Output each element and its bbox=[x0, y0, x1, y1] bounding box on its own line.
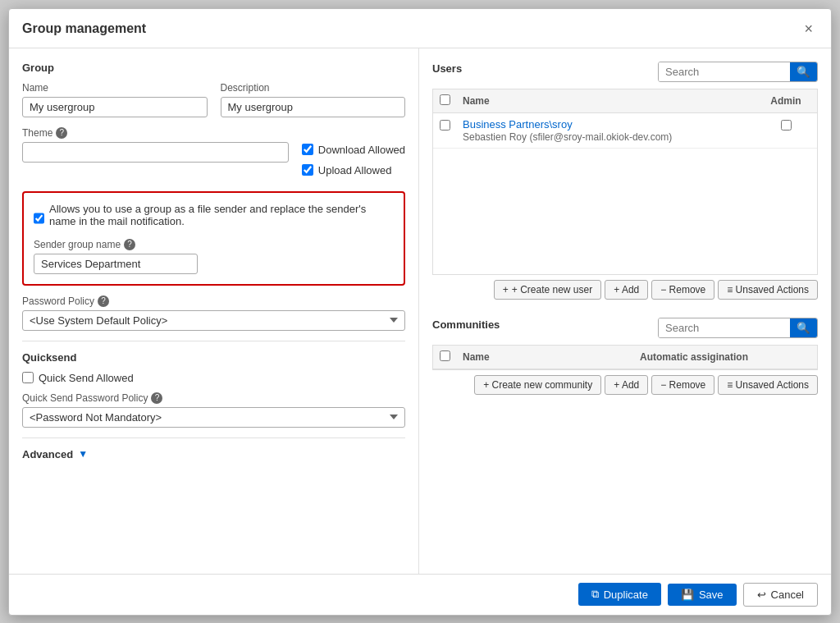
users-section-header: Users 🔍 bbox=[432, 62, 818, 82]
create-new-user-button[interactable]: + + Create new user bbox=[494, 280, 601, 300]
download-allowed-row: Download Allowed bbox=[302, 144, 405, 156]
name-label: Name bbox=[22, 82, 208, 94]
users-section-label: Users bbox=[432, 62, 462, 75]
communities-section-header: Communities 🔍 bbox=[432, 318, 818, 338]
save-icon: 💾 bbox=[681, 589, 694, 601]
search-icon: 🔍 bbox=[797, 66, 810, 78]
table-row: Business Partners\sroy Sebastien Roy (sf… bbox=[433, 113, 817, 149]
cancel-icon: ↩ bbox=[757, 589, 766, 601]
user-name-cell: Business Partners\sroy Sebastien Roy (sf… bbox=[463, 118, 755, 143]
plus-icon: + bbox=[503, 284, 509, 295]
divider-1 bbox=[22, 341, 405, 341]
communities-search-button[interactable]: 🔍 bbox=[790, 318, 817, 337]
communities-add-button[interactable]: + Add bbox=[605, 375, 648, 395]
users-header-check bbox=[440, 94, 456, 108]
theme-field-row: Theme ? bbox=[22, 127, 289, 163]
description-input[interactable] bbox=[221, 97, 406, 117]
save-button[interactable]: 💾 Save bbox=[668, 584, 737, 606]
users-action-bar: + + Create new user + Add − Remove ≡ Uns… bbox=[432, 275, 818, 305]
quick-send-allowed-label: Quick Send Allowed bbox=[39, 372, 134, 384]
users-header-name: Name bbox=[463, 95, 755, 107]
communities-table: Name Automatic assigination bbox=[432, 345, 818, 370]
users-search-input[interactable] bbox=[659, 62, 790, 81]
dialog-footer: ⧉ Duplicate 💾 Save ↩ Cancel bbox=[9, 574, 831, 615]
user-admin-checkbox[interactable] bbox=[781, 120, 792, 131]
users-table-header: Name Admin bbox=[433, 89, 817, 113]
communities-select-all-checkbox[interactable] bbox=[440, 350, 450, 361]
users-select-all-checkbox[interactable] bbox=[440, 94, 450, 105]
sender-group-name-input[interactable] bbox=[34, 254, 198, 274]
name-input[interactable] bbox=[22, 97, 208, 117]
user-admin-cell bbox=[761, 118, 810, 131]
password-policy-select[interactable]: <Use System Default Policy> bbox=[22, 310, 405, 331]
advanced-row[interactable]: Advanced ▼ bbox=[22, 448, 405, 460]
quick-send-password-policy-select[interactable]: <Password Not Mandatory> bbox=[22, 407, 405, 428]
password-policy-label: Password Policy ? bbox=[22, 295, 405, 307]
upload-allowed-checkbox[interactable] bbox=[302, 164, 313, 176]
sender-note-text: Allows you to use a group as a file send… bbox=[49, 203, 394, 227]
users-remove-button[interactable]: − Remove bbox=[651, 280, 714, 300]
description-field-row: Description bbox=[221, 82, 406, 117]
sender-group-help-icon: ? bbox=[124, 239, 135, 250]
users-search-box: 🔍 bbox=[658, 62, 818, 82]
quick-send-password-policy-row: Quick Send Password Policy ? <Password N… bbox=[22, 392, 405, 428]
quick-send-password-policy-label: Quick Send Password Policy ? bbox=[22, 392, 405, 404]
name-field-row: Name bbox=[22, 82, 208, 117]
right-panel: Users 🔍 Name Admin bbox=[419, 48, 831, 574]
dialog-header: Group management × bbox=[9, 9, 831, 48]
communities-header-auto-assign: Automatic assigination bbox=[640, 351, 810, 363]
sender-group-checkbox[interactable] bbox=[34, 213, 44, 224]
user-row-check bbox=[440, 118, 456, 133]
communities-header-check bbox=[440, 350, 456, 364]
sender-checkbox-row: Allows you to use a group as a file send… bbox=[34, 203, 394, 234]
communities-unsaved-actions-button[interactable]: ≡ Unsaved Actions bbox=[718, 375, 818, 395]
communities-remove-button[interactable]: − Remove bbox=[651, 375, 714, 395]
checkboxes-col: Download Allowed Upload Allowed bbox=[302, 127, 405, 181]
download-allowed-checkbox[interactable] bbox=[302, 144, 313, 155]
upload-allowed-row: Upload Allowed bbox=[302, 164, 405, 176]
theme-input[interactable] bbox=[22, 142, 289, 163]
sender-group-name-label: Sender group name ? bbox=[34, 239, 394, 250]
users-header-admin: Admin bbox=[761, 95, 810, 107]
communities-table-header: Name Automatic assigination bbox=[433, 346, 817, 369]
users-unsaved-actions-button[interactable]: ≡ Unsaved Actions bbox=[718, 280, 818, 300]
dialog-body: Group Name Description Theme ? bbox=[9, 48, 831, 574]
users-search-button[interactable]: 🔍 bbox=[790, 62, 817, 81]
chevron-down-icon: ▼ bbox=[78, 448, 88, 460]
description-label: Description bbox=[221, 82, 406, 94]
theme-label: Theme ? bbox=[22, 127, 289, 139]
dialog-title: Group management bbox=[22, 21, 146, 36]
quick-send-allowed-checkbox[interactable] bbox=[22, 372, 34, 383]
users-section: Users 🔍 Name Admin bbox=[432, 62, 818, 305]
sender-group-box: Allows you to use a group as a file send… bbox=[22, 191, 405, 286]
communities-search-input[interactable] bbox=[659, 318, 790, 337]
users-table: Name Admin Business Partners\sroy Sebast… bbox=[432, 89, 818, 275]
divider-2 bbox=[22, 437, 405, 438]
communities-section-label: Communities bbox=[432, 318, 500, 331]
user-checkbox[interactable] bbox=[440, 120, 450, 131]
quick-send-password-help-icon: ? bbox=[151, 392, 162, 404]
left-panel: Group Name Description Theme ? bbox=[9, 48, 419, 574]
password-policy-help-icon: ? bbox=[98, 295, 109, 307]
password-policy-row: Password Policy ? <Use System Default Po… bbox=[22, 295, 405, 331]
create-new-community-button[interactable]: + Create new community bbox=[474, 375, 601, 395]
cancel-button[interactable]: ↩ Cancel bbox=[743, 583, 818, 607]
close-button[interactable]: × bbox=[799, 19, 818, 39]
duplicate-button[interactable]: ⧉ Duplicate bbox=[578, 583, 661, 606]
sender-group-name-row: Sender group name ? bbox=[34, 239, 394, 274]
communities-action-bar: + Create new community + Add − Remove ≡ … bbox=[432, 370, 818, 400]
quicksend-section-title: Quicksend bbox=[22, 351, 405, 364]
group-management-dialog: Group management × Group Name Descriptio… bbox=[8, 8, 832, 616]
user-link[interactable]: Business Partners\sroy bbox=[463, 118, 573, 131]
communities-header-name: Name bbox=[463, 351, 633, 363]
search-icon: 🔍 bbox=[797, 322, 810, 334]
group-section-title: Group bbox=[22, 62, 405, 74]
user-sub-text: Sebastien Roy (sfiler@sroy-mail.okiok-de… bbox=[463, 131, 672, 143]
communities-search-box: 🔍 bbox=[658, 318, 818, 338]
name-description-row: Name Description bbox=[22, 82, 405, 127]
users-add-button[interactable]: + Add bbox=[605, 280, 648, 300]
advanced-label: Advanced bbox=[22, 448, 73, 460]
download-allowed-label: Download Allowed bbox=[318, 144, 405, 156]
communities-section: Communities 🔍 Name Automatic bbox=[432, 318, 818, 561]
theme-help-icon: ? bbox=[56, 127, 67, 139]
